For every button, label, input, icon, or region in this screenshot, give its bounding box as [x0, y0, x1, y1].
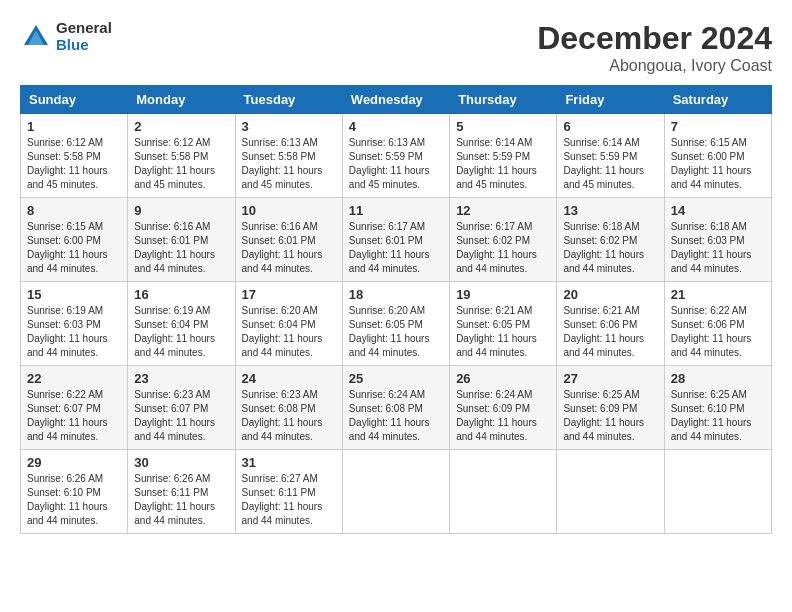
logo-text: General Blue [56, 20, 112, 53]
day-info: Sunrise: 6:25 AM Sunset: 6:09 PM Dayligh… [563, 388, 657, 444]
day-info: Sunrise: 6:19 AM Sunset: 6:03 PM Dayligh… [27, 304, 121, 360]
calendar-day-cell: 26 Sunrise: 6:24 AM Sunset: 6:09 PM Dayl… [450, 366, 557, 450]
calendar-day-cell: 1 Sunrise: 6:12 AM Sunset: 5:58 PM Dayli… [21, 114, 128, 198]
day-number: 21 [671, 287, 765, 302]
calendar-day-cell: 27 Sunrise: 6:25 AM Sunset: 6:09 PM Dayl… [557, 366, 664, 450]
calendar-day-cell: 8 Sunrise: 6:15 AM Sunset: 6:00 PM Dayli… [21, 198, 128, 282]
calendar-day-cell: 20 Sunrise: 6:21 AM Sunset: 6:06 PM Dayl… [557, 282, 664, 366]
day-info: Sunrise: 6:12 AM Sunset: 5:58 PM Dayligh… [27, 136, 121, 192]
day-info: Sunrise: 6:26 AM Sunset: 6:11 PM Dayligh… [134, 472, 228, 528]
calendar-day-cell: 23 Sunrise: 6:23 AM Sunset: 6:07 PM Dayl… [128, 366, 235, 450]
day-number: 5 [456, 119, 550, 134]
day-info: Sunrise: 6:23 AM Sunset: 6:07 PM Dayligh… [134, 388, 228, 444]
calendar-day-cell [450, 450, 557, 534]
calendar-week-row: 22 Sunrise: 6:22 AM Sunset: 6:07 PM Dayl… [21, 366, 772, 450]
day-number: 20 [563, 287, 657, 302]
calendar-week-row: 1 Sunrise: 6:12 AM Sunset: 5:58 PM Dayli… [21, 114, 772, 198]
day-number: 17 [242, 287, 336, 302]
day-info: Sunrise: 6:14 AM Sunset: 5:59 PM Dayligh… [563, 136, 657, 192]
calendar-day-cell: 17 Sunrise: 6:20 AM Sunset: 6:04 PM Dayl… [235, 282, 342, 366]
day-info: Sunrise: 6:22 AM Sunset: 6:06 PM Dayligh… [671, 304, 765, 360]
calendar-day-cell: 15 Sunrise: 6:19 AM Sunset: 6:03 PM Dayl… [21, 282, 128, 366]
calendar-day-header: Sunday [21, 86, 128, 114]
day-number: 30 [134, 455, 228, 470]
calendar-day-cell: 2 Sunrise: 6:12 AM Sunset: 5:58 PM Dayli… [128, 114, 235, 198]
calendar-day-header: Monday [128, 86, 235, 114]
day-info: Sunrise: 6:18 AM Sunset: 6:02 PM Dayligh… [563, 220, 657, 276]
calendar-day-cell: 6 Sunrise: 6:14 AM Sunset: 5:59 PM Dayli… [557, 114, 664, 198]
calendar-day-cell: 7 Sunrise: 6:15 AM Sunset: 6:00 PM Dayli… [664, 114, 771, 198]
day-info: Sunrise: 6:22 AM Sunset: 6:07 PM Dayligh… [27, 388, 121, 444]
calendar-day-cell: 28 Sunrise: 6:25 AM Sunset: 6:10 PM Dayl… [664, 366, 771, 450]
day-info: Sunrise: 6:13 AM Sunset: 5:59 PM Dayligh… [349, 136, 443, 192]
calendar-day-cell: 31 Sunrise: 6:27 AM Sunset: 6:11 PM Dayl… [235, 450, 342, 534]
day-info: Sunrise: 6:19 AM Sunset: 6:04 PM Dayligh… [134, 304, 228, 360]
day-number: 15 [27, 287, 121, 302]
day-number: 2 [134, 119, 228, 134]
day-info: Sunrise: 6:16 AM Sunset: 6:01 PM Dayligh… [242, 220, 336, 276]
logo-blue-text: Blue [56, 37, 112, 54]
location-title: Abongoua, Ivory Coast [537, 57, 772, 75]
calendar-day-cell: 4 Sunrise: 6:13 AM Sunset: 5:59 PM Dayli… [342, 114, 449, 198]
calendar-day-cell [664, 450, 771, 534]
day-number: 25 [349, 371, 443, 386]
day-number: 9 [134, 203, 228, 218]
calendar-day-cell: 22 Sunrise: 6:22 AM Sunset: 6:07 PM Dayl… [21, 366, 128, 450]
calendar-day-cell: 19 Sunrise: 6:21 AM Sunset: 6:05 PM Dayl… [450, 282, 557, 366]
day-info: Sunrise: 6:12 AM Sunset: 5:58 PM Dayligh… [134, 136, 228, 192]
day-info: Sunrise: 6:24 AM Sunset: 6:09 PM Dayligh… [456, 388, 550, 444]
calendar-day-cell [342, 450, 449, 534]
day-number: 22 [27, 371, 121, 386]
day-info: Sunrise: 6:17 AM Sunset: 6:02 PM Dayligh… [456, 220, 550, 276]
calendar-day-cell: 24 Sunrise: 6:23 AM Sunset: 6:08 PM Dayl… [235, 366, 342, 450]
day-info: Sunrise: 6:25 AM Sunset: 6:10 PM Dayligh… [671, 388, 765, 444]
day-number: 4 [349, 119, 443, 134]
day-info: Sunrise: 6:21 AM Sunset: 6:05 PM Dayligh… [456, 304, 550, 360]
calendar-table: SundayMondayTuesdayWednesdayThursdayFrid… [20, 85, 772, 534]
day-info: Sunrise: 6:15 AM Sunset: 6:00 PM Dayligh… [671, 136, 765, 192]
calendar-day-cell: 30 Sunrise: 6:26 AM Sunset: 6:11 PM Dayl… [128, 450, 235, 534]
calendar-day-cell: 18 Sunrise: 6:20 AM Sunset: 6:05 PM Dayl… [342, 282, 449, 366]
day-number: 24 [242, 371, 336, 386]
day-number: 18 [349, 287, 443, 302]
calendar-header-row: SundayMondayTuesdayWednesdayThursdayFrid… [21, 86, 772, 114]
month-title: December 2024 [537, 20, 772, 57]
calendar-day-cell: 25 Sunrise: 6:24 AM Sunset: 6:08 PM Dayl… [342, 366, 449, 450]
page-header: General Blue December 2024 Abongoua, Ivo… [20, 20, 772, 75]
calendar-day-cell: 10 Sunrise: 6:16 AM Sunset: 6:01 PM Dayl… [235, 198, 342, 282]
day-number: 7 [671, 119, 765, 134]
calendar-day-cell: 29 Sunrise: 6:26 AM Sunset: 6:10 PM Dayl… [21, 450, 128, 534]
calendar-day-header: Saturday [664, 86, 771, 114]
day-number: 8 [27, 203, 121, 218]
calendar-day-cell [557, 450, 664, 534]
day-info: Sunrise: 6:15 AM Sunset: 6:00 PM Dayligh… [27, 220, 121, 276]
day-info: Sunrise: 6:20 AM Sunset: 6:05 PM Dayligh… [349, 304, 443, 360]
day-info: Sunrise: 6:20 AM Sunset: 6:04 PM Dayligh… [242, 304, 336, 360]
day-number: 23 [134, 371, 228, 386]
day-number: 27 [563, 371, 657, 386]
day-info: Sunrise: 6:17 AM Sunset: 6:01 PM Dayligh… [349, 220, 443, 276]
calendar-day-header: Tuesday [235, 86, 342, 114]
calendar-week-row: 15 Sunrise: 6:19 AM Sunset: 6:03 PM Dayl… [21, 282, 772, 366]
day-number: 11 [349, 203, 443, 218]
calendar-day-cell: 14 Sunrise: 6:18 AM Sunset: 6:03 PM Dayl… [664, 198, 771, 282]
day-number: 28 [671, 371, 765, 386]
calendar-day-cell: 5 Sunrise: 6:14 AM Sunset: 5:59 PM Dayli… [450, 114, 557, 198]
calendar-day-header: Thursday [450, 86, 557, 114]
day-info: Sunrise: 6:23 AM Sunset: 6:08 PM Dayligh… [242, 388, 336, 444]
day-number: 26 [456, 371, 550, 386]
day-info: Sunrise: 6:24 AM Sunset: 6:08 PM Dayligh… [349, 388, 443, 444]
logo-general-text: General [56, 20, 112, 37]
logo-icon [20, 21, 52, 53]
day-info: Sunrise: 6:26 AM Sunset: 6:10 PM Dayligh… [27, 472, 121, 528]
day-number: 31 [242, 455, 336, 470]
title-section: December 2024 Abongoua, Ivory Coast [537, 20, 772, 75]
calendar-day-cell: 3 Sunrise: 6:13 AM Sunset: 5:58 PM Dayli… [235, 114, 342, 198]
calendar-day-cell: 21 Sunrise: 6:22 AM Sunset: 6:06 PM Dayl… [664, 282, 771, 366]
day-number: 3 [242, 119, 336, 134]
day-info: Sunrise: 6:13 AM Sunset: 5:58 PM Dayligh… [242, 136, 336, 192]
day-number: 12 [456, 203, 550, 218]
day-info: Sunrise: 6:21 AM Sunset: 6:06 PM Dayligh… [563, 304, 657, 360]
calendar-week-row: 29 Sunrise: 6:26 AM Sunset: 6:10 PM Dayl… [21, 450, 772, 534]
calendar-day-cell: 11 Sunrise: 6:17 AM Sunset: 6:01 PM Dayl… [342, 198, 449, 282]
